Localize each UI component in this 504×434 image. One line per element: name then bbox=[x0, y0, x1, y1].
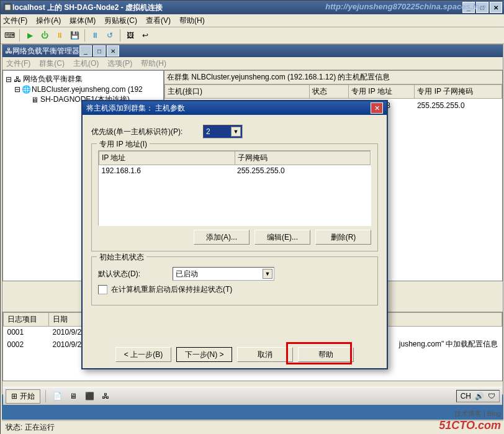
quicklaunch-icon[interactable]: 📄 bbox=[51, 390, 63, 402]
nlb-menu-host[interactable]: 主机(O) bbox=[73, 58, 99, 69]
close-button[interactable]: ✕ bbox=[490, 2, 502, 13]
nlb-icon: 🖧 bbox=[5, 47, 12, 55]
add-host-dialog: 将主机添加到群集： 主机参数 ✕ 优先级(单一主机标识符)(P): 2 专用 I… bbox=[81, 100, 388, 369]
log-col-idx[interactable]: 日志项目 bbox=[4, 313, 49, 327]
nlb-close-button[interactable]: ✕ bbox=[107, 45, 119, 57]
start-label: 开始 bbox=[20, 391, 35, 402]
system-tray[interactable]: CH 🔊 🛡 bbox=[456, 390, 500, 402]
priority-select[interactable]: 2 bbox=[203, 125, 243, 138]
col-status[interactable]: 状态 bbox=[310, 85, 349, 99]
quicklaunch-nlb-icon[interactable]: 🖧 bbox=[99, 390, 112, 402]
host-grid-caption: 在群集 NLBCluster.yejunsheng.com (192.168.1… bbox=[164, 71, 502, 84]
delete-ip-button[interactable]: 删除(R) bbox=[315, 230, 371, 245]
nlb-title-text: 网络负载平衡管理器 bbox=[12, 46, 79, 57]
nlb-menu-file[interactable]: 文件(F) bbox=[6, 58, 30, 69]
poweroff-icon[interactable]: ⏻ bbox=[38, 29, 51, 42]
retain-suspend-checkbox[interactable] bbox=[98, 285, 107, 294]
host-icon: 🖥 bbox=[30, 96, 39, 104]
minimize-button[interactable]: _ bbox=[462, 2, 475, 13]
quicklaunch-icon[interactable]: 🖥 bbox=[67, 390, 79, 402]
col-host[interactable]: 主机(接口) bbox=[165, 85, 310, 99]
ip-list[interactable]: IP 地址 子网掩码 192.168.1.6 255.255.255.0 bbox=[98, 150, 371, 226]
menu-view[interactable]: 查看(V) bbox=[146, 16, 171, 26]
col-mask[interactable]: 专用 IP 子网掩码 bbox=[415, 85, 502, 99]
vm-toolbar: ⌨ ▶ ⏻ ⏸ 💾 ⏸ ↺ 🖼 ↩ bbox=[1, 27, 504, 44]
vm-menubar: 文件(F) 操作(A) 媒体(M) 剪贴板(C) 查看(V) 帮助(H) bbox=[1, 14, 504, 27]
back-button[interactable]: < 上一步(B) bbox=[115, 347, 171, 362]
menu-clipboard[interactable]: 剪贴板(C) bbox=[104, 16, 137, 26]
vm-statusbar: 状态: 正在运行 bbox=[2, 420, 503, 433]
next-button[interactable]: 下一步(N) > bbox=[176, 347, 232, 362]
ime-indicator[interactable]: CH bbox=[461, 392, 471, 400]
menu-action[interactable]: 操作(A) bbox=[36, 16, 61, 26]
default-state-select[interactable]: 已启动 bbox=[173, 267, 274, 281]
state-group-legend: 初始主机状态 bbox=[97, 252, 146, 263]
table-row[interactable]: 192.168.1.6 255.255.255.0 bbox=[99, 165, 371, 177]
nlb-menu-options[interactable]: 选项(P) bbox=[107, 58, 132, 69]
edit-ip-button[interactable]: 编辑(E)... bbox=[254, 230, 310, 245]
vm-title: localhost 上的 SH-DAG-Node2 - 虚拟机连接 bbox=[12, 2, 163, 13]
nlb-menubar: 文件(F) 群集(C) 主机(O) 选项(P) 帮助(H) bbox=[2, 57, 503, 70]
save-icon[interactable]: 💾 bbox=[68, 29, 81, 42]
dialog-titlebar: 将主机添加到群集： 主机参数 ✕ bbox=[83, 101, 387, 115]
revert-icon[interactable]: ↩ bbox=[139, 29, 151, 42]
retain-suspend-label: 在计算机重新启动后保持挂起状态(T) bbox=[111, 284, 232, 295]
cluster-icon: 🌐 bbox=[22, 85, 30, 94]
menu-media[interactable]: 媒体(M) bbox=[70, 16, 96, 26]
ip-groupbox: 专用 IP 地址(I) IP 地址 子网掩码 192.168.1.6 255.2… bbox=[91, 143, 378, 251]
snapshot-icon[interactable]: 🖼 bbox=[124, 29, 137, 42]
col-ip[interactable]: 专用 IP 地址 bbox=[348, 85, 414, 99]
tray-icon[interactable]: 🔊 bbox=[475, 392, 484, 400]
priority-label: 优先级(单一主机标识符)(P): bbox=[91, 127, 203, 137]
cluster-root-icon: 🖧 bbox=[13, 75, 22, 84]
start-button[interactable]: ⊞ 开始 bbox=[6, 389, 40, 404]
state-label: 默认状态(D): bbox=[98, 269, 173, 279]
add-ip-button[interactable]: 添加(A)... bbox=[194, 230, 250, 245]
tray-icon[interactable]: 🛡 bbox=[488, 392, 495, 400]
tree-cluster[interactable]: NLBCluster.yejunsheng.com (192 bbox=[32, 85, 143, 94]
taskbar: ⊞ 开始 📄 🖥 ⬛ 🖧 CH 🔊 🛡 bbox=[3, 387, 502, 405]
nlb-titlebar: 🖧 网络负载平衡管理器 _ □ ✕ bbox=[2, 45, 503, 57]
windows-logo-icon: ⊞ bbox=[11, 392, 17, 400]
vm-titlebar: 🔲 localhost 上的 SH-DAG-Node2 - 虚拟机连接 http… bbox=[1, 1, 504, 14]
dialog-title: 将主机添加到群集： 主机参数 bbox=[86, 103, 185, 114]
quicklaunch-icon[interactable]: ⬛ bbox=[83, 390, 96, 402]
cancel-button[interactable]: 取消 bbox=[237, 347, 293, 362]
shutdown-icon[interactable]: ⏸ bbox=[53, 29, 66, 42]
vm-status-text: 状态: 正在运行 bbox=[6, 422, 55, 433]
help-button[interactable]: 帮助 bbox=[298, 347, 354, 362]
dialog-close-button[interactable]: ✕ bbox=[371, 102, 383, 114]
menu-file[interactable]: 文件(F) bbox=[3, 16, 27, 26]
vm-logo-icon: 🔲 bbox=[3, 3, 12, 12]
nlb-min-button[interactable]: _ bbox=[79, 45, 92, 57]
pause-icon[interactable]: ⏸ bbox=[89, 29, 101, 42]
nlb-menu-cluster[interactable]: 群集(C) bbox=[39, 58, 65, 69]
ip-group-legend: 专用 IP 地址(I) bbox=[97, 139, 150, 150]
reset-icon[interactable]: ↺ bbox=[104, 29, 116, 42]
ctrl-alt-del-icon[interactable]: ⌨ bbox=[3, 29, 16, 42]
maximize-button[interactable]: □ bbox=[476, 2, 488, 13]
nlb-max-button[interactable]: □ bbox=[93, 45, 106, 57]
ipcol-mask[interactable]: 子网掩码 bbox=[235, 151, 371, 165]
ipcol-ip[interactable]: IP 地址 bbox=[99, 151, 235, 165]
menu-help[interactable]: 帮助(H) bbox=[179, 16, 205, 26]
nlb-menu-help[interactable]: 帮助(H) bbox=[141, 58, 166, 69]
start-icon[interactable]: ▶ bbox=[24, 29, 36, 42]
state-groupbox: 初始主机状态 默认状态(D): 已启动 在计算机重新启动后保持挂起状态(T) bbox=[91, 256, 378, 305]
tree-root[interactable]: 网络负载平衡群集 bbox=[23, 74, 83, 84]
